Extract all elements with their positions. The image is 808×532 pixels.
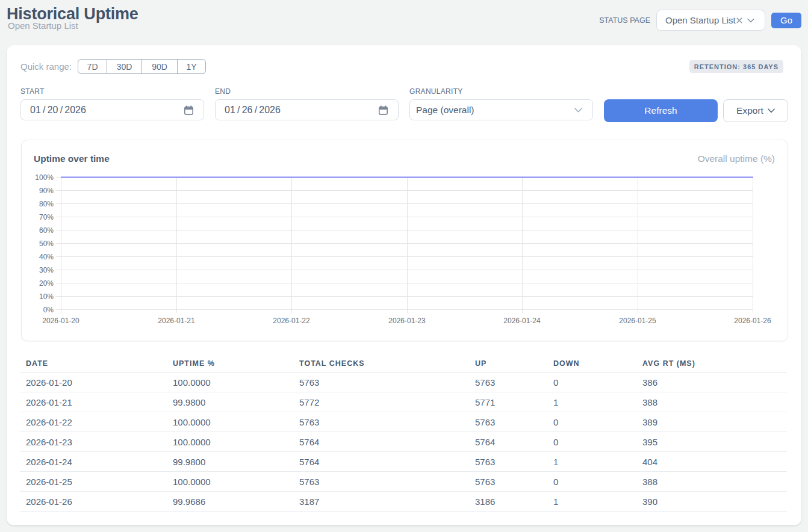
- svg-text:70%: 70%: [39, 213, 54, 221]
- svg-text:2026-01-26: 2026-01-26: [734, 317, 771, 325]
- svg-text:0%: 0%: [43, 306, 54, 314]
- svg-text:60%: 60%: [39, 226, 54, 235]
- svg-text:80%: 80%: [39, 200, 54, 208]
- svg-text:30%: 30%: [39, 266, 54, 274]
- svg-text:2026-01-24: 2026-01-24: [503, 317, 541, 325]
- svg-text:2026-01-23: 2026-01-23: [388, 317, 426, 325]
- svg-text:50%: 50%: [39, 240, 54, 248]
- svg-text:2026-01-22: 2026-01-22: [273, 317, 310, 325]
- svg-text:2026-01-25: 2026-01-25: [619, 317, 656, 325]
- svg-text:40%: 40%: [39, 253, 54, 261]
- svg-text:2026-01-21: 2026-01-21: [158, 317, 195, 325]
- svg-text:2026-01-20: 2026-01-20: [42, 317, 79, 325]
- svg-text:100%: 100%: [35, 173, 54, 182]
- svg-text:20%: 20%: [39, 279, 54, 288]
- svg-text:10%: 10%: [39, 292, 54, 301]
- svg-text:90%: 90%: [39, 187, 54, 195]
